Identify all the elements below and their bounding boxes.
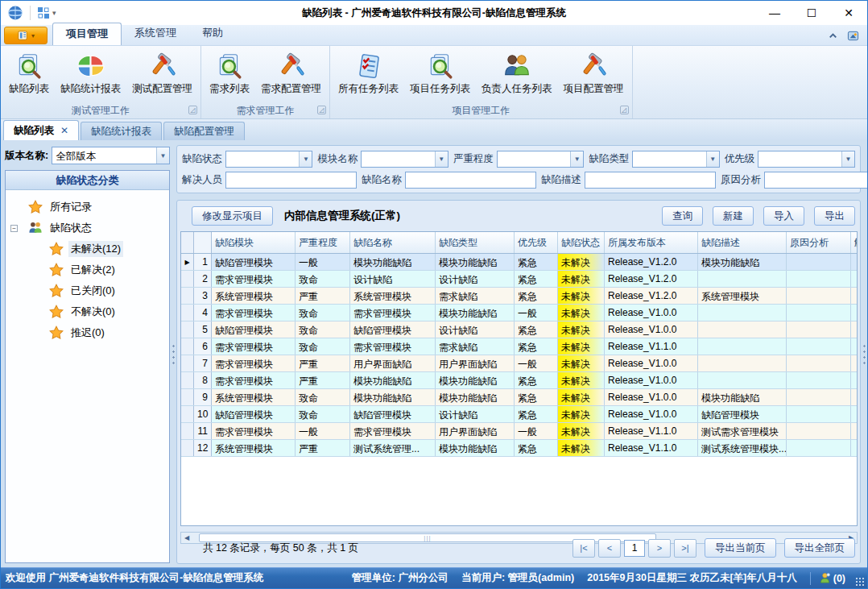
table-cell: 需求缺陷 [436,338,515,355]
page-number-input[interactable] [624,540,645,557]
doc-tab-defect-report[interactable]: 缺陷统计报表 [81,122,162,140]
minimize-button[interactable]: — [756,1,793,25]
ribbon-tab-help[interactable]: 帮助 [189,23,236,45]
table-cell: 缺陷管理模块 [350,321,436,338]
table-row[interactable]: 3系统管理模块严重系统管理模块需求缺陷紧急未解决Release_V1.2.0系统… [181,288,857,305]
app-globe-icon[interactable] [7,5,23,21]
table-row[interactable]: 5缺陷管理模块致命缺陷管理模块设计缺陷紧急未解决Release_V1.0.0 [181,321,857,338]
export-button[interactable]: 导出 [814,206,855,226]
quick-access-toolbar-button[interactable]: ▾ [37,6,56,19]
defect-name-input[interactable] [405,172,536,189]
table-row[interactable]: 11需求管理模块一般需求管理模块用户界面缺陷一般未解决Release_V1.1.… [181,423,857,440]
first-page-button[interactable]: |< [572,539,595,558]
table-row[interactable]: ▶1缺陷管理模块一般模块功能缺陷模块功能缺陷紧急未解决Release_V1.2.… [181,254,857,271]
tree-item-all-records[interactable]: 所有记录 [7,197,167,218]
application-menu-button[interactable]: ▾ [4,27,48,44]
query-button[interactable]: 查询 [662,206,703,226]
defect-type-select[interactable]: ▼ [632,151,719,168]
table-cell [698,372,787,388]
tree-item-resolved[interactable]: 已解决(2) [7,259,167,280]
ribbon-button-requirement-config[interactable]: 需求配置管理 [256,49,326,97]
prev-page-button[interactable]: < [598,539,621,558]
maximize-button[interactable]: ☐ [793,1,830,25]
table-cell: 紧急 [515,321,558,338]
filter-field-defect-desc: 缺陷描述 [541,172,716,189]
defect-status-select[interactable]: ▼ [225,151,312,168]
table-row[interactable]: 2需求管理模块致命设计缺陷设计缺陷紧急未解决Release_V1.2.0 [181,271,857,288]
column-header[interactable]: 所属发布版本 [605,232,698,253]
tree-item-label: 缺陷状态 [48,220,94,236]
version-select[interactable]: 全部版本 ▼ [52,147,170,164]
tree-item-unresolved[interactable]: 未解决(12) [7,239,167,259]
ribbon-button-all-tasks[interactable]: 所有任务列表 [333,49,403,97]
table-cell [851,423,858,439]
ribbon-tab-project-management[interactable]: 项目管理 [52,23,122,45]
star-icon [49,284,64,298]
header-number-cell [194,232,212,253]
header-selector-cell [181,232,194,253]
modify-columns-button[interactable]: 修改显示项目 [192,206,273,226]
column-header[interactable]: 缺陷描述 [698,232,787,253]
priority-select[interactable]: ▼ [758,151,855,168]
close-button[interactable]: ✕ [830,1,867,25]
cause-analysis-input[interactable] [764,172,868,189]
column-header[interactable]: 缺陷状态 [558,232,605,253]
collapse-ribbon-icon[interactable] [827,30,839,42]
column-header[interactable]: 解决 [851,232,858,253]
ribbon-button-owner-tasks[interactable]: 负责人任务列表 [477,49,557,97]
export-current-page-button[interactable]: 导出当前页 [705,538,776,558]
table-cell [787,288,851,304]
table-row[interactable]: 12系统管理模块严重测试系统管理...模块功能缺陷紧急未解决Release_V1… [181,440,857,457]
dialog-launcher-icon[interactable]: ◿ [317,106,326,114]
defect-desc-input[interactable] [585,172,716,189]
current-user-text: 当前用户: 管理员(admin) [461,571,574,585]
tree-item-defect-status[interactable]: −缺陷状态 [7,218,167,239]
ribbon-button-defect-list[interactable]: 缺陷列表 [4,49,54,97]
severity-select[interactable]: ▼ [497,151,584,168]
table-row[interactable]: 7需求管理模块严重用户界面缺陷用户界面缺陷一般未解决Release_V1.0.0 [181,355,857,372]
ribbon-button-test-config[interactable]: 测试配置管理 [127,49,197,97]
dialog-launcher-icon[interactable]: ◿ [188,106,197,114]
module-name-select[interactable]: ▼ [361,151,448,168]
table-row[interactable]: 8需求管理模块严重模块功能缺陷模块功能缺陷紧急未解决Release_V1.0.0 [181,372,857,389]
about-icon[interactable] [847,30,859,42]
resolver-input[interactable] [225,172,357,189]
ribbon-button-project-config[interactable]: 项目配置管理 [559,49,629,97]
tree-item-closed[interactable]: 已关闭(0) [7,280,167,301]
column-header[interactable]: 缺陷模块 [212,232,296,253]
export-all-pages-button[interactable]: 导出全部页 [784,538,856,558]
next-page-button[interactable]: > [648,539,671,558]
ribbon-button-label: 需求列表 [209,82,250,96]
ribbon-button-requirement-list[interactable]: 需求列表 [205,49,254,97]
ribbon-tab-system-management[interactable]: 系统管理 [122,23,189,45]
dialog-launcher-icon[interactable]: ◿ [620,106,629,114]
close-tab-icon[interactable]: ✕ [60,125,68,136]
right-splitter[interactable] [862,140,867,567]
welcome-text: 欢迎使用 广州爱奇迪软件科技有限公司-缺陷信息管理系统 [6,571,263,585]
column-header[interactable]: 优先级 [515,232,558,253]
last-page-button[interactable]: >| [674,539,696,558]
row-selector-cell [181,406,194,422]
doc-tab-defect-list[interactable]: 缺陷列表✕ [3,120,79,140]
table-row[interactable]: 9系统管理模块致命模块功能缺陷模块功能缺陷紧急未解决Release_V1.0.0… [181,389,857,406]
table-cell: 未解决 [558,338,605,355]
left-splitter[interactable] [171,140,176,567]
table-row[interactable]: 6需求管理模块致命需求管理模块需求缺陷紧急未解决Release_V1.1.0 [181,338,857,355]
table-header-row: 缺陷模块严重程度缺陷名称缺陷类型优先级缺陷状态所属发布版本缺陷描述原因分析解决 [181,232,857,254]
tree-item-wontfix[interactable]: 不解决(0) [7,301,167,322]
column-header[interactable]: 缺陷类型 [436,232,515,253]
table-row[interactable]: 4需求管理模块致命需求管理模块模块功能缺陷一般未解决Release_V1.0.0 [181,305,857,321]
column-header[interactable]: 缺陷名称 [350,232,436,253]
column-header[interactable]: 严重程度 [296,232,350,253]
import-button[interactable]: 导入 [763,206,804,226]
table-cell: Release_V1.0.0 [605,389,698,405]
table-row[interactable]: 10缺陷管理模块致命缺陷管理模块设计缺陷紧急未解决Release_V1.0.0缺… [181,406,857,423]
doc-tab-defect-config[interactable]: 缺陷配置管理 [163,122,245,140]
resize-grip[interactable] [855,577,865,587]
new-button[interactable]: 新建 [713,206,754,226]
column-header[interactable]: 原因分析 [787,232,851,253]
tree-item-postponed[interactable]: 推迟(0) [7,322,167,343]
ribbon-button-defect-report[interactable]: 缺陷统计报表 [56,49,126,97]
ribbon-button-project-tasks[interactable]: 项目任务列表 [405,49,475,97]
collapse-node-icon[interactable]: − [10,225,18,232]
